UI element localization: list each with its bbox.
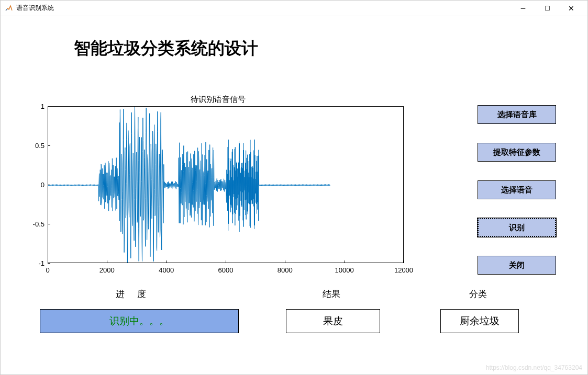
- x-tick-label: 12000: [394, 266, 413, 274]
- x-tick-label: 8000: [278, 266, 293, 274]
- plot-axes[interactable]: [48, 106, 404, 263]
- recognize-button[interactable]: 识别: [478, 218, 556, 237]
- x-tick-label: 4000: [159, 266, 174, 274]
- window-controls: ─ ☐ ✕: [511, 1, 583, 16]
- content-area: 智能垃圾分类系统的设计 待识别语音信号 -1-0.500.51 02000400…: [1, 16, 587, 374]
- matlab-icon: [5, 4, 13, 13]
- x-tick-label: 0: [46, 266, 49, 274]
- result-display: 果皮: [286, 309, 380, 333]
- close-window-button[interactable]: ✕: [559, 1, 583, 16]
- select-audio-button[interactable]: 选择语音: [478, 180, 556, 199]
- x-tick-label: 10000: [335, 266, 354, 274]
- titlebar: 语音识别系统 ─ ☐ ✕: [1, 1, 587, 16]
- maximize-button[interactable]: ☐: [535, 1, 559, 16]
- y-tick-label: -0.5: [33, 220, 45, 228]
- minimize-button[interactable]: ─: [511, 1, 535, 16]
- category-display: 厨余垃圾: [440, 309, 519, 333]
- y-tick-label: 0: [41, 181, 45, 189]
- button-panel: 选择语音库 提取特征参数 选择语音 识别 关闭: [478, 105, 556, 275]
- category-label: 分类: [469, 288, 487, 300]
- x-tick-label: 6000: [218, 266, 234, 274]
- x-tick-label: 2000: [99, 266, 115, 274]
- page-title: 智能垃圾分类系统的设计: [74, 37, 258, 60]
- y-tick-label: -1: [38, 259, 45, 267]
- progress-label: 进度: [116, 288, 159, 300]
- app-window: 语音识别系统 ─ ☐ ✕ 智能垃圾分类系统的设计 待识别语音信号 -1-0.50…: [0, 0, 588, 375]
- progress-display: 识别中。。。: [40, 309, 239, 333]
- close-button[interactable]: 关闭: [478, 256, 556, 275]
- watermark: https://blog.csdn.net/qq_34763204: [486, 364, 582, 371]
- waveform-chart: 待识别语音信号 -1-0.500.51 02000400060008000100…: [21, 95, 414, 288]
- y-tick-label: 1: [41, 103, 45, 110]
- waveform-line: [48, 107, 404, 263]
- result-label: 结果: [323, 288, 340, 300]
- chart-title: 待识别语音信号: [21, 95, 414, 105]
- select-library-button[interactable]: 选择语音库: [478, 105, 556, 124]
- extract-features-button[interactable]: 提取特征参数: [478, 143, 556, 162]
- y-tick-label: 0.5: [35, 142, 45, 150]
- window-title: 语音识别系统: [16, 4, 511, 13]
